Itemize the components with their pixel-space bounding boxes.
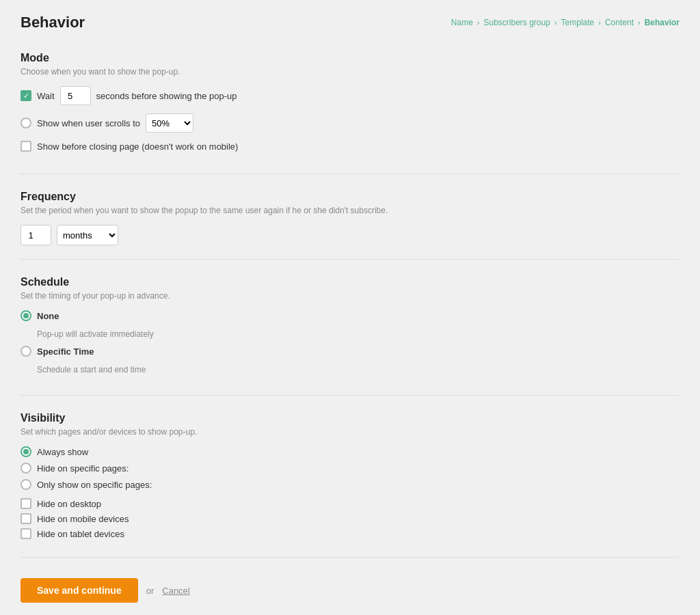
hide-tablet-label: Hide on tablet devices <box>37 529 124 539</box>
schedule-specific-radio[interactable] <box>21 346 31 357</box>
breadcrumb-content[interactable]: Content <box>605 18 634 27</box>
hide-tablet-row: Hide on tablet devices <box>21 528 679 539</box>
breadcrumb-sep-2: › <box>554 18 557 27</box>
scroll-radio[interactable] <box>21 118 31 128</box>
close-checkbox[interactable] <box>21 141 31 152</box>
cancel-button[interactable]: Cancel <box>162 586 189 596</box>
visibility-always-radio[interactable] <box>21 446 31 457</box>
breadcrumb-sep-1: › <box>477 18 480 27</box>
hide-tablet-checkbox[interactable] <box>21 528 31 539</box>
scroll-option-row: Show when user scrolls to 10% 20% 30% 40… <box>21 113 679 133</box>
breadcrumb-template[interactable]: Template <box>561 18 595 27</box>
breadcrumb-behavior[interactable]: Behavior <box>645 18 679 27</box>
wait-checkbox[interactable]: ✓ <box>21 90 31 101</box>
or-text: or <box>146 586 154 596</box>
hide-desktop-label: Hide on desktop <box>37 499 101 509</box>
frequency-unit-select[interactable]: days weeks months years <box>57 225 118 245</box>
schedule-none-option: None Pop-up will activate immediately <box>21 310 679 339</box>
visibility-always-label: Always show <box>37 447 88 457</box>
frequency-section: Frequency Set the period when you want t… <box>21 191 679 260</box>
breadcrumb-sep-4: › <box>638 18 641 27</box>
wait-label: Wait <box>37 91 55 101</box>
header: Behavior Name › Subscribers group › Temp… <box>21 14 679 31</box>
visibility-hide-specific-radio[interactable] <box>21 463 31 474</box>
hide-mobile-label: Hide on mobile devices <box>37 514 129 524</box>
visibility-hide-specific-label: Hide on specific pages: <box>37 463 129 474</box>
wait-suffix: seconds before showing the pop-up <box>96 91 237 101</box>
schedule-specific-sub: Schedule a start and end time <box>37 365 679 374</box>
visibility-only-specific-option: Only show on specific pages: <box>21 479 679 490</box>
breadcrumb-name[interactable]: Name <box>451 18 473 27</box>
device-checkboxes: Hide on desktop Hide on mobile devices H… <box>21 498 679 539</box>
schedule-none-label: None <box>37 311 59 321</box>
mode-section: Mode Choose when you want to show the po… <box>21 52 679 174</box>
hide-mobile-checkbox[interactable] <box>21 513 31 524</box>
breadcrumb-subscribers-group[interactable]: Subscribers group <box>484 18 550 27</box>
hide-mobile-row: Hide on mobile devices <box>21 513 679 524</box>
mode-title: Mode <box>21 52 679 64</box>
schedule-section: Schedule Set the timing of your pop-up i… <box>21 276 679 396</box>
page-title: Behavior <box>21 14 85 31</box>
visibility-description: Set which pages and/or devices to show p… <box>21 427 679 437</box>
frequency-row: days weeks months years <box>21 225 679 245</box>
frequency-description: Set the period when you want to show the… <box>21 206 679 215</box>
schedule-specific-label: Specific Time <box>37 346 94 357</box>
schedule-none-radio[interactable] <box>21 310 31 321</box>
visibility-always-option: Always show <box>21 446 679 457</box>
scroll-label: Show when user scrolls to <box>37 118 140 128</box>
schedule-description: Set the timing of your pop-up in advance… <box>21 291 679 301</box>
schedule-title: Schedule <box>21 276 679 288</box>
wait-option-row: ✓ Wait seconds before showing the pop-up <box>21 86 679 105</box>
close-label: Show before closing page (doesn't work o… <box>37 141 238 152</box>
visibility-only-specific-label: Only show on specific pages: <box>37 480 152 490</box>
hide-desktop-row: Hide on desktop <box>21 498 679 509</box>
mode-description: Choose when you want to show the pop-up. <box>21 67 679 77</box>
wait-seconds-input[interactable] <box>60 86 91 105</box>
schedule-specific-row: Specific Time <box>21 346 679 357</box>
breadcrumb: Name › Subscribers group › Template › Co… <box>451 18 679 27</box>
hide-desktop-checkbox[interactable] <box>21 498 31 509</box>
scroll-percent-select[interactable]: 10% 20% 30% 40% 50% 60% 70% 80% 90% <box>146 113 193 133</box>
close-option-row: Show before closing page (doesn't work o… <box>21 141 679 152</box>
frequency-value-input[interactable] <box>21 225 51 245</box>
visibility-only-specific-radio[interactable] <box>21 479 31 490</box>
visibility-section: Visibility Set which pages and/or device… <box>21 412 679 558</box>
breadcrumb-sep-3: › <box>598 18 601 27</box>
save-button[interactable]: Save and continue <box>21 578 138 603</box>
visibility-hide-specific-option: Hide on specific pages: <box>21 463 679 474</box>
schedule-none-sub: Pop-up will activate immediately <box>37 329 679 339</box>
frequency-title: Frequency <box>21 191 679 203</box>
visibility-title: Visibility <box>21 412 679 424</box>
schedule-specific-option: Specific Time Schedule a start and end t… <box>21 346 679 374</box>
footer: Save and continue or Cancel <box>21 578 679 603</box>
schedule-none-row: None <box>21 310 679 321</box>
